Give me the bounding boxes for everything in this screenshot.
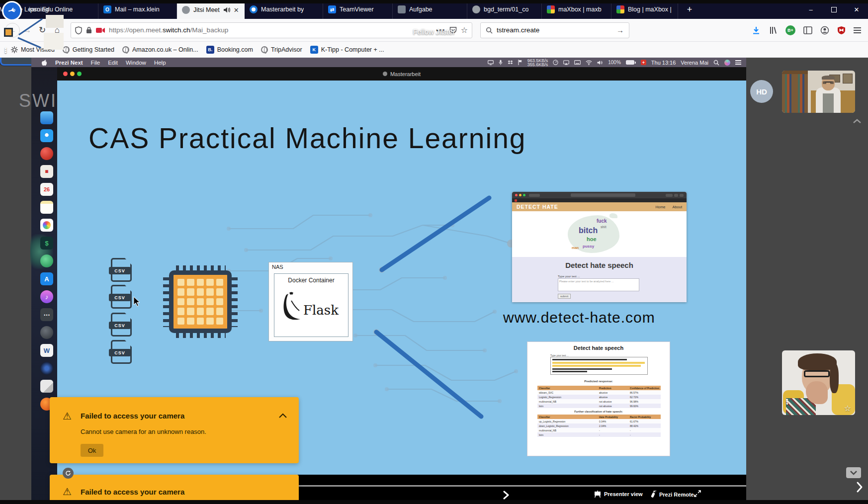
window-title-icon — [383, 72, 387, 76]
menubar-user[interactable]: Verena Mai — [681, 60, 708, 66]
filmstrip-collapse-icon[interactable] — [856, 481, 863, 493]
bookshelf — [782, 71, 808, 113]
dock-dark-app-icon[interactable] — [40, 362, 53, 375]
mac-minimize-icon[interactable] — [70, 72, 75, 76]
keyboard-status-icon[interactable] — [574, 60, 581, 65]
dock-messages-icon[interactable]: ⋯ — [40, 308, 53, 321]
dock-music-icon[interactable]: ♪ — [40, 290, 53, 303]
display-status-icon[interactable] — [488, 60, 494, 65]
next-slide-icon[interactable] — [503, 491, 509, 500]
menu-file[interactable]: File — [91, 60, 100, 66]
participant-video-1[interactable] — [782, 71, 855, 113]
dock-green-globe-icon[interactable] — [40, 254, 53, 267]
dock-finder-icon[interactable] — [40, 111, 53, 124]
prediction-table: ClassifierPredictionConfidence of Predic… — [537, 386, 661, 408]
filmstrip-scroll-down-button[interactable] — [846, 467, 861, 478]
mac-zoom-icon[interactable] — [77, 72, 82, 76]
shot1-brand: DETECT HATE — [517, 204, 558, 210]
bookmark-ktipp[interactable]: KK-Tipp - Computer + ... — [307, 44, 387, 55]
participant-video-2[interactable]: ••• ☆ — [782, 350, 855, 415]
participant-menu-icon[interactable]: ••• — [786, 399, 788, 405]
airplay-status-icon[interactable] — [563, 60, 569, 65]
dock-notes-icon[interactable] — [40, 201, 53, 214]
apple-icon[interactable] — [41, 59, 47, 66]
shot1-nav-home[interactable]: Home — [655, 205, 665, 209]
volume-status-icon[interactable] — [597, 60, 603, 65]
dock-screenshot-icon[interactable] — [40, 380, 53, 393]
flask-label: Flask — [303, 303, 339, 318]
menu-help[interactable]: Help — [154, 60, 166, 66]
onepassword-status-icon[interactable]: + — [641, 60, 646, 65]
prezi-remote-button[interactable]: Prezi Remote — [650, 491, 694, 498]
hate-classification-table: ClassifierHate ProbabilityRacist Probabi… — [537, 415, 661, 437]
shot2-textarea[interactable] — [550, 357, 648, 375]
docker-container-box: Docker Container Flask — [274, 273, 348, 337]
shot1-textarea[interactable]: Please enter your text to be analyzed he… — [558, 278, 639, 291]
person-shirt — [823, 93, 834, 113]
remote-icon — [650, 491, 656, 498]
maxbox-icon — [547, 5, 555, 13]
siri-icon[interactable] — [724, 60, 730, 66]
dock-finance-icon[interactable]: $ — [40, 237, 53, 250]
bookmark-amazon[interactable]: Amazon.co.uk – Onlin... — [119, 45, 201, 55]
docker-label: Docker Container — [274, 277, 348, 284]
toast-ok-button[interactable]: Ok — [81, 444, 103, 457]
booking-icon: B. — [206, 46, 214, 54]
mic-status-icon[interactable] — [499, 60, 503, 65]
toast2-title: Failed to access your camera — [81, 488, 184, 496]
camera-error-toast-1: ⚠ Failed to access your camera Cannot us… — [50, 397, 299, 463]
shot1-window-chrome — [512, 192, 687, 198]
bookmark-getting-started[interactable]: Getting Started — [60, 45, 117, 55]
mac-dock: ▦ 26 $ A ♪ ⋯ W — [40, 111, 53, 411]
window-title: Masterarbeit — [390, 71, 421, 77]
shot2-predicted-label: Predicted response: — [527, 380, 670, 383]
dock-red-app-icon[interactable] — [40, 147, 53, 160]
spotlight-icon[interactable] — [713, 60, 719, 66]
dock-photos-icon[interactable] — [40, 219, 53, 232]
filmstrip-scroll-up-icon[interactable] — [852, 118, 862, 124]
dropbox-status-icon[interactable] — [508, 60, 513, 65]
dock-appstore-icon[interactable]: A — [40, 272, 53, 285]
github-icon — [472, 5, 480, 13]
toast1-title: Failed to access your camera — [81, 412, 184, 420]
tab-close-icon[interactable]: ✕ — [234, 6, 239, 14]
bookmark-tripadvisor[interactable]: TripAdvisor — [258, 45, 305, 55]
flag-status-icon[interactable] — [518, 60, 522, 65]
tab-audio-icon[interactable] — [223, 6, 230, 13]
csv-file-icon: CSV — [111, 285, 132, 309]
dock-safari-icon[interactable] — [40, 129, 53, 142]
maxbox-icon — [616, 5, 624, 13]
notification-center-icon[interactable] — [735, 60, 741, 65]
menu-edit[interactable]: Edit — [108, 60, 118, 66]
wall-frame — [843, 74, 853, 84]
wifi-status-icon[interactable] — [586, 60, 592, 65]
shot1-submit-button[interactable]: submit — [558, 294, 571, 299]
flask-logo-icon — [281, 291, 303, 323]
dock-calendar-icon[interactable]: 26 — [40, 183, 53, 196]
gauge-status-icon[interactable] — [553, 60, 558, 65]
fullscreen-icon[interactable] — [694, 490, 701, 498]
menu-window[interactable]: Window — [126, 60, 146, 66]
pin-star-icon[interactable]: ☆ — [844, 404, 851, 413]
dock-word-icon[interactable]: W — [40, 344, 53, 357]
toast-collapse-icon[interactable] — [279, 413, 287, 418]
menu-app-name[interactable]: Prezi Next — [55, 60, 83, 66]
presenter-view-button[interactable]: Presenter view — [594, 491, 643, 498]
website-url-text: www.detect-hate.com — [503, 309, 655, 326]
network-speed[interactable]: 963.5KB/s355.6KB/s — [527, 59, 548, 67]
slide-title: CAS Practical Machine Learning — [88, 122, 526, 155]
toast-refresh-icon[interactable] — [63, 468, 74, 479]
participant-avatar-hd[interactable]: HD — [750, 80, 773, 103]
shot1-nav-about[interactable]: About — [672, 205, 682, 209]
dock-dark-sphere-icon[interactable] — [40, 326, 53, 339]
participant-menu-icon[interactable]: ••• — [4, 48, 7, 54]
shot1-navbar: DETECT HATE Home About — [512, 202, 687, 211]
prezi-icon — [250, 5, 258, 13]
menubar-clock[interactable]: Thu 13:16 — [651, 60, 676, 66]
mac-close-icon[interactable] — [63, 72, 68, 76]
hand-over-mouth — [806, 381, 828, 404]
shot1-input-label: Type your text ... — [558, 275, 580, 278]
battery-icon[interactable] — [626, 60, 636, 65]
dock-stamp-icon[interactable]: ▦ — [40, 165, 53, 178]
bookmark-booking[interactable]: B.Booking.com — [203, 44, 256, 55]
